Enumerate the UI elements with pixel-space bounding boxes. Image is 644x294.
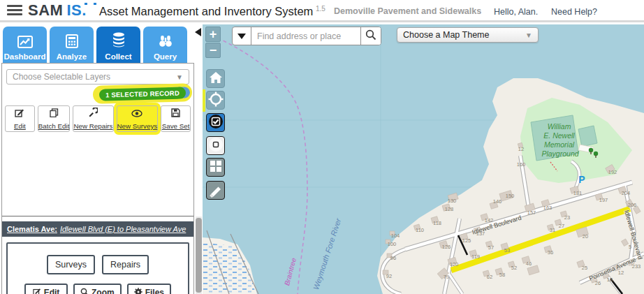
search-source-dropdown[interactable] xyxy=(233,27,251,45)
new-repairs-button[interactable]: New Repairs xyxy=(73,105,113,132)
search-input[interactable] xyxy=(251,27,360,45)
collect-panel: Choose Selectable Layers ▼ 1 SELECTED RE… xyxy=(1,63,194,294)
grid-squares-icon xyxy=(208,159,224,177)
binoculars-icon xyxy=(158,34,173,52)
house-number: 12 xyxy=(618,270,624,276)
app-header: SAMIS. Asset Management and Inventory Sy… xyxy=(0,0,644,22)
home-icon xyxy=(209,71,223,87)
tab-label: Dashboard xyxy=(3,52,45,61)
repairs-button[interactable]: Repairs xyxy=(102,255,149,274)
house-number: 181 xyxy=(573,190,583,196)
copy-pages-icon xyxy=(50,108,59,120)
database-icon xyxy=(110,31,127,52)
record-segment-name: Idlewell Blvd (E) to Pleasantview Ave xyxy=(60,225,186,233)
logo-is: IS. xyxy=(66,1,86,19)
house-number: 146 xyxy=(493,198,502,205)
tab-analyze[interactable]: Analyze xyxy=(50,27,94,63)
house-number: 142 xyxy=(485,217,494,223)
tab-query[interactable]: Query xyxy=(143,27,187,63)
chevron-down-icon: ▼ xyxy=(525,31,532,39)
gps-locate-icon xyxy=(208,91,224,110)
house-number: 25 xyxy=(582,265,587,271)
tab-dashboard[interactable]: Dashboard xyxy=(3,27,47,63)
page-title: Asset Management and Inventory System xyxy=(99,5,313,18)
sidebar-gutter xyxy=(194,22,203,294)
record-header-bar[interactable]: Clematis Ave: Idlewell Blvd (E) to Pleas… xyxy=(2,221,193,237)
version-label: 1.5 xyxy=(316,5,325,13)
sidebar-scrollbar[interactable] xyxy=(196,216,202,294)
record-files-button[interactable]: Files xyxy=(127,284,171,294)
house-number: 36 xyxy=(548,249,553,256)
selected-record-panel: Clematis Ave: Idlewell Blvd (E) to Pleas… xyxy=(2,216,193,294)
house-number: 27 xyxy=(559,223,564,229)
need-help-link[interactable]: Need Help? xyxy=(551,7,597,17)
home-button[interactable] xyxy=(206,69,225,88)
house-number: 96 xyxy=(390,255,396,261)
house-number: 52 xyxy=(511,265,517,271)
zoom-out-button[interactable]: − xyxy=(205,43,221,58)
house-number: 23 xyxy=(564,214,570,221)
app-logo: SAMIS. xyxy=(28,1,87,20)
house-number: 26 xyxy=(595,280,601,286)
house-number: 125 xyxy=(462,237,471,244)
playground-court xyxy=(578,126,597,147)
locate-button[interactable] xyxy=(206,91,225,110)
user-greeting[interactable]: Hello, Alan. xyxy=(494,7,538,17)
select-features-button-active[interactable] xyxy=(206,113,225,132)
divider xyxy=(2,216,193,216)
new-surveys-button[interactable]: New Surveys xyxy=(117,105,159,132)
record-zoom-button[interactable]: Zoom xyxy=(73,284,122,294)
house-number: 192 xyxy=(608,169,617,175)
house-number: 58 xyxy=(499,272,505,278)
zoom-in-button[interactable]: + xyxy=(205,27,221,42)
house-number: 20 xyxy=(583,233,588,240)
ruler-pencil-icon xyxy=(207,181,224,200)
magnifier-icon xyxy=(80,288,89,294)
app-window: SAMIS. Asset Management and Inventory Sy… xyxy=(0,0,644,294)
rectangle-select-button[interactable] xyxy=(206,136,225,155)
house-number: 157 xyxy=(527,210,536,216)
square-select-icon xyxy=(207,136,224,156)
search-icon xyxy=(365,29,376,43)
selection-status-row: 1 SELECTED RECORD xyxy=(2,86,193,103)
house-number: 100 xyxy=(388,241,397,247)
highlight-bleed xyxy=(203,89,205,112)
line-chart-icon xyxy=(17,36,33,52)
sidebar: Dashboard Analyze Collect Query xyxy=(0,22,203,294)
house-number: 104 xyxy=(391,233,400,239)
tab-collect[interactable]: Collect xyxy=(96,27,140,63)
map-theme-value: Choose a Map Theme xyxy=(403,30,525,40)
edit-button[interactable]: Edit xyxy=(5,105,35,132)
edit-pencil-icon xyxy=(15,108,24,120)
basemap-gallery-button[interactable] xyxy=(206,158,225,177)
parking-label: P xyxy=(578,174,585,185)
house-number: 18 xyxy=(607,277,613,283)
gear-icon xyxy=(134,288,142,294)
house-number: 233 xyxy=(632,263,641,270)
selectable-layers-dropdown[interactable]: Choose Selectable Layers ▼ xyxy=(6,69,189,84)
map-theme-dropdown[interactable]: Choose a Map Theme ▼ xyxy=(397,27,539,43)
save-set-button[interactable]: Save Set xyxy=(161,105,191,132)
search-button[interactable] xyxy=(360,27,381,45)
record-toolbar: Edit Batch Edit New Repairs New Surveys … xyxy=(5,105,191,132)
hamburger-menu-icon[interactable] xyxy=(7,5,22,17)
record-edit-button[interactable]: Edit xyxy=(24,284,68,294)
sidebar-tabs: Dashboard Analyze Collect Query xyxy=(3,27,187,63)
sidebar-collapse-arrow[interactable] xyxy=(195,28,201,36)
house-number: 62 xyxy=(487,274,492,280)
surveys-button[interactable]: Surveys xyxy=(47,255,95,274)
house-number: 12 xyxy=(518,146,524,152)
map-canvas[interactable]: William E. Newell Memorial Playground We… xyxy=(203,24,644,294)
measure-draw-button[interactable] xyxy=(206,181,225,200)
eye-icon xyxy=(131,108,142,120)
house-number: 126 xyxy=(442,244,451,250)
house-number: 137 xyxy=(476,230,485,237)
house-number: 46 xyxy=(526,260,532,267)
calculator-icon xyxy=(66,34,78,52)
house-number: 163 xyxy=(543,205,552,211)
house-number: 57 xyxy=(488,244,494,251)
record-card: Surveys Repairs Edit Zoom xyxy=(6,242,189,294)
house-number: 197 xyxy=(599,197,608,203)
logo-sam: SAM xyxy=(28,1,63,19)
batch-edit-button[interactable]: Batch Edit xyxy=(38,105,71,132)
